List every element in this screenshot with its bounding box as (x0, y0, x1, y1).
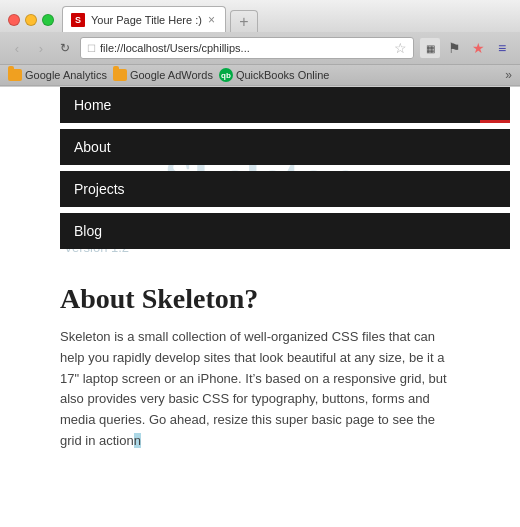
tab-favicon: S (71, 13, 85, 27)
bookmarks-more-button[interactable]: » (505, 68, 512, 82)
nav-menu: Home About Projects Blog (60, 87, 510, 255)
close-button[interactable] (8, 14, 20, 26)
nav-item-projects-label: Projects (74, 181, 125, 197)
browser-icon-3[interactable]: ★ (468, 38, 488, 58)
browser-icon-2[interactable]: ⚑ (444, 38, 464, 58)
tab-title: Your Page Title Here :) (91, 14, 202, 26)
minimize-button[interactable] (25, 14, 37, 26)
bookmark-google-analytics[interactable]: Google Analytics (8, 69, 107, 81)
tab-close-icon[interactable]: × (208, 13, 215, 27)
back-button[interactable]: ‹ (8, 39, 26, 57)
nav-item-blog[interactable]: Blog (60, 213, 510, 249)
watermark-area: Skeleton Version 1.2 Home About Projects… (0, 87, 520, 267)
bookmarks-bar: Google Analytics Google AdWords qb Quick… (0, 65, 520, 86)
maximize-button[interactable] (42, 14, 54, 26)
new-tab-button[interactable]: + (230, 10, 258, 32)
forward-button[interactable]: › (32, 39, 50, 57)
bookmark-google-adwords[interactable]: Google AdWords (113, 69, 213, 81)
nav-item-blog-label: Blog (74, 223, 102, 239)
refresh-button[interactable]: ↻ (56, 39, 74, 57)
bookmark-label: Google AdWords (130, 69, 213, 81)
browser-icons: ▦ ⚑ ★ ≡ (420, 38, 512, 58)
tab-bar: S Your Page Title Here :) × + (62, 6, 512, 32)
qb-icon: qb (219, 68, 233, 82)
nav-item-about-label: About (74, 139, 111, 155)
bookmark-quickbooks[interactable]: qb QuickBooks Online (219, 68, 330, 82)
traffic-lights (8, 14, 54, 26)
nav-item-home-label: Home (74, 97, 111, 113)
url-icon: ☐ (87, 43, 96, 54)
url-text: file://localhost/Users/cphillips... (100, 42, 390, 54)
nav-item-home[interactable]: Home (60, 87, 510, 123)
address-bar: ‹ › ↻ ☐ file://localhost/Users/cphillips… (0, 32, 520, 65)
browser-icon-4[interactable]: ≡ (492, 38, 512, 58)
page-content: Skeleton Version 1.2 Home About Projects… (0, 87, 520, 472)
nav-item-projects[interactable]: Projects (60, 171, 510, 207)
folder-icon (8, 69, 22, 81)
main-content: About Skeleton? Skeleton is a small coll… (0, 267, 520, 472)
folder-icon (113, 69, 127, 81)
bookmark-label: QuickBooks Online (236, 69, 330, 81)
browser-icon-1[interactable]: ▦ (420, 38, 440, 58)
active-tab[interactable]: S Your Page Title Here :) × (62, 6, 226, 32)
browser-chrome: S Your Page Title Here :) × + ‹ › ↻ ☐ fi… (0, 0, 520, 87)
nav-item-about[interactable]: About (60, 129, 510, 165)
main-body: Skeleton is a small collection of well-o… (60, 327, 460, 452)
url-bar[interactable]: ☐ file://localhost/Users/cphillips... ☆ (80, 37, 414, 59)
bookmark-star-icon[interactable]: ☆ (394, 40, 407, 56)
main-title: About Skeleton? (60, 283, 460, 315)
bookmark-label: Google Analytics (25, 69, 107, 81)
title-bar: S Your Page Title Here :) × + (0, 0, 520, 32)
